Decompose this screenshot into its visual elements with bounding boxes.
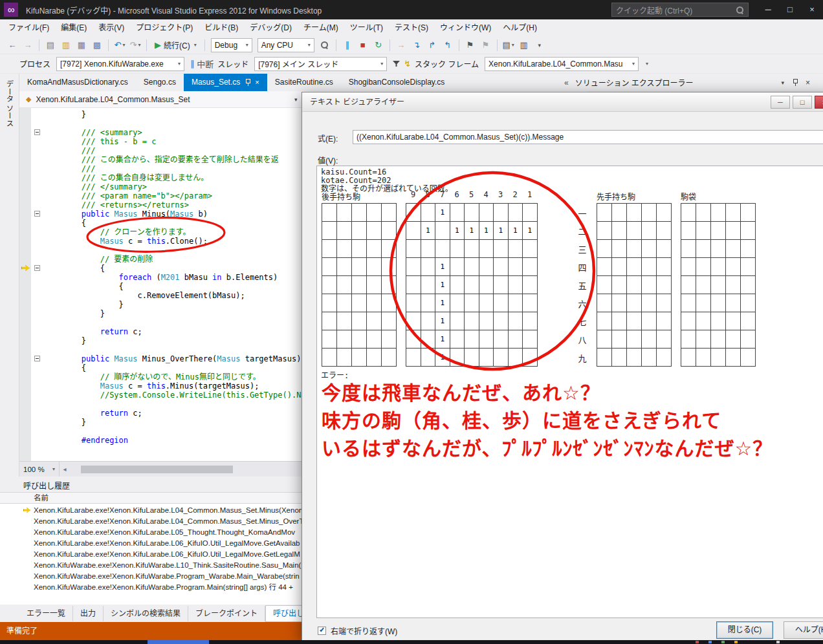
save-all-icon[interactable]: ▩ [90,38,104,52]
continue-button[interactable]: ▶続行(C)▾ [151,38,201,52]
taskbar-tray-icon[interactable] [708,641,712,643]
grid-cell [367,294,382,312]
navigate-forward-icon[interactable]: → [21,38,35,52]
zoom-selector[interactable]: 100 % ▾ [19,462,60,477]
breakpoint-gutter[interactable] [19,108,31,461]
grid-cell [711,294,726,312]
break-all-button[interactable]: ∥ 中断 [190,57,214,71]
dialog-title-bar[interactable]: テキスト ビジュアライザー [302,92,823,112]
window-menu-icon[interactable]: ▾ [781,80,784,86]
document-tab[interactable]: SasiteRoutine.cs [267,74,341,91]
document-tab[interactable]: ShogibanConsoleDisplay.cs [341,74,453,91]
pin-icon[interactable] [792,79,798,86]
undo-icon[interactable]: ↶▾ [113,38,127,52]
solution-explorer-header[interactable]: « ソリューション エクスプローラー ▾ × [564,74,823,91]
minimize-button[interactable]: ─ [757,0,779,19]
code-folding-margin[interactable] [31,108,44,461]
dialog-minimize-button[interactable]: ─ [771,96,790,109]
menu-item[interactable]: ウィンドウ(W) [434,19,497,36]
tool-window-tab[interactable]: 出力 [73,606,104,621]
title-bar[interactable]: ∞ KifuNarabe (デバッグ中) - Microsoft Visual … [0,0,823,19]
close-icon[interactable]: × [255,79,259,86]
breadcrumb[interactable]: Xenon.KifuLarabe.L04_Common.Masus_Set [36,95,190,104]
save-icon[interactable]: ▦ [74,38,89,52]
file-number-label: 2 [508,190,523,199]
process-combo[interactable]: [7972] Xenon.KifuWarabe.exe ▾ [56,57,184,71]
close-button[interactable]: × [801,0,823,19]
value-text-area[interactable]: kaisu.Count=16kotae.Count=202数字は、その升が選ばれ… [316,166,823,618]
pin-icon[interactable] [245,79,250,86]
dialog-maximize-button[interactable]: □ [793,96,812,109]
horizontal-scrollbar-thumb[interactable] [81,466,233,473]
step-out-icon[interactable]: ↰ [441,38,455,52]
restart-icon[interactable]: ↻ [371,38,386,52]
menu-item[interactable]: ビルド(B) [199,19,244,36]
fold-collapse-icon[interactable] [34,356,40,361]
grid-cell [352,349,367,367]
stop-debugging-icon[interactable]: ■ [356,38,370,52]
menu-item[interactable]: プロジェクト(P) [130,19,199,36]
help-button[interactable]: ヘルプ(H) [784,621,823,639]
taskbar-tray-icon[interactable] [776,641,780,643]
fold-collapse-icon[interactable] [34,265,40,271]
taskbar-tray-icon[interactable] [734,641,738,643]
dialog-close-button[interactable]: × [815,96,823,109]
menu-item[interactable]: 表示(V) [93,19,130,36]
show-next-statement-icon[interactable]: → [394,38,408,52]
grid-cell [382,222,397,240]
quick-launch-input[interactable]: クイック起動 (Ctrl+Q) [611,3,749,17]
tab-data-sources[interactable]: データ ソース [5,80,15,127]
bookmark-icon[interactable]: ⚑ [463,38,477,52]
stack-frame-combo[interactable]: Xenon.KifuLarabe.L04_Common.Masu ▾ [485,57,639,71]
break-all-icon[interactable]: ∥ [340,38,355,52]
close-visualizer-button[interactable]: 閉じる(C) [716,621,773,639]
menu-item[interactable]: デバッグ(D) [244,19,298,36]
solution-configurations-combo[interactable]: Debug▾ [211,38,252,52]
step-over-icon[interactable]: ↱ [425,38,439,52]
menu-item[interactable]: チーム(M) [298,19,344,36]
expression-field[interactable]: ((Xenon.KifuLarabe.L04_Common.Masus_Set)… [353,130,823,144]
bookmark-next-icon[interactable]: ⚑ [479,38,493,52]
dropdown-arrow-icon: ▾ [308,42,311,48]
toolbar-options-icon[interactable]: ▾ [532,38,547,52]
taskbar-tray-icon[interactable] [696,641,699,643]
menu-item[interactable]: 編集(E) [55,19,93,36]
document-tab[interactable]: KomaAndMasusDictionary.cs [19,74,136,91]
redo-icon[interactable]: ↷▾ [128,38,142,52]
maximize-button[interactable]: □ [779,0,801,19]
solution-platforms-combo[interactable]: Any CPU▾ [258,38,314,52]
tool-window-tab[interactable]: ブレークポイント [188,606,265,621]
close-icon[interactable]: × [806,78,810,87]
menu-item[interactable]: ヘルプ(H) [497,19,543,36]
grid-cell [597,349,612,367]
document-tab[interactable]: Sengo.cs [136,74,184,91]
toolbar-overflow-icon[interactable]: ▾ [646,61,648,67]
taskbar-tray-icon[interactable] [721,641,725,643]
open-file-icon[interactable]: ▥ [59,38,73,52]
immediate-window-icon[interactable]: ▥ [517,38,531,52]
tool-window-tab[interactable]: シンボルの検索結果 [104,606,188,621]
text-visualizer-dialog[interactable]: テキスト ビジュアライザー ─ □ × 式(E): ((Xenon.KifuLa… [302,92,823,641]
menu-item[interactable]: ファイル(F) [3,19,55,36]
grid-cell [642,312,657,330]
document-tab[interactable]: Masus_Set.cs× [184,74,267,91]
fold-collapse-icon[interactable] [34,211,40,217]
collapse-chevrons-icon[interactable]: « [564,78,569,87]
filter-threads-icon[interactable] [393,61,400,67]
menu-item[interactable]: ツール(T) [344,19,389,36]
step-into-icon[interactable]: ↴ [410,38,424,52]
thread-combo[interactable]: [7976] メイン スレッド ▾ [254,57,387,71]
tool-window-tab[interactable]: エラー一覧 [19,606,73,621]
output-window-icon[interactable]: ▤▾ [501,38,516,52]
fold-collapse-icon[interactable] [34,129,40,135]
grid-cell [322,312,337,330]
breadcrumb-dropdown-icon[interactable]: ▾ [294,96,298,103]
menu-item[interactable]: テスト(S) [389,19,434,36]
wrap-checkbox[interactable]: 右端で折り返す(W) [318,625,397,636]
taskbar-item[interactable] [148,640,209,644]
scroll-left-icon[interactable]: ◂ [60,466,70,473]
navigate-back-icon[interactable]: ← [5,38,19,52]
new-file-icon[interactable]: ▤ [43,38,58,52]
find-icon[interactable] [318,38,332,52]
grid-cell [337,222,352,240]
